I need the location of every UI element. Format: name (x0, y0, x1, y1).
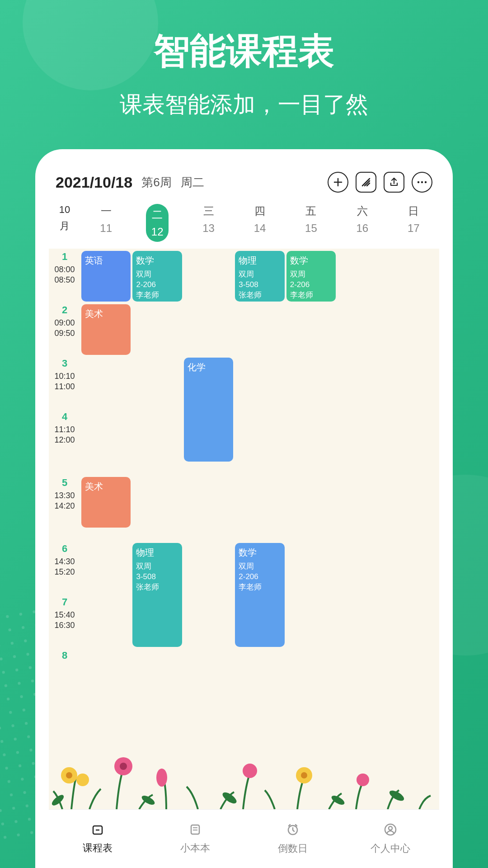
month-column: 10 月 (49, 204, 80, 242)
tab-bar: 课程表小本本倒数日个人中心 (49, 809, 439, 868)
weekday-三[interactable]: 三13 (183, 204, 234, 242)
phone-mockup: 2021/10/18 第6周 周二 10 月 (35, 149, 453, 868)
time-slot-4: 411:1012:00 (49, 411, 80, 464)
note-icon (189, 823, 202, 838)
time-slot-3: 310:1011:00 (49, 358, 80, 411)
schedule-body[interactable]: 108:0008:50209:0009:50310:1011:00411:101… (49, 249, 439, 809)
tab-倒数日[interactable]: 倒数日 (244, 810, 342, 868)
course-英语[interactable]: 英语 (81, 251, 131, 302)
time-slot-5: 513:3014:20 (49, 477, 80, 530)
header-week: 第6周 (141, 175, 171, 190)
svg-point-2 (425, 181, 427, 183)
course-数学[interactable]: 数学双周2-206李老师 (132, 251, 182, 302)
time-slot-7: 715:4016:30 (49, 596, 80, 650)
weekday-四[interactable]: 四14 (234, 204, 285, 242)
day-col-0: 英语美术美术 (80, 249, 131, 809)
promo-subtitle: 课表智能添加，一目了然 (0, 90, 488, 120)
bg-decoration (23, 0, 158, 90)
course-物理[interactable]: 物理双周3-508张老师 (132, 543, 182, 647)
week-row: 10 月 一11二12三13四14五15六16日17 (49, 199, 439, 249)
day-col-6 (388, 249, 439, 809)
day-col-5 (337, 249, 388, 809)
svg-point-1 (421, 181, 423, 183)
weekday-日[interactable]: 日17 (388, 204, 439, 242)
weekday-五[interactable]: 五15 (286, 204, 337, 242)
clock-icon (286, 823, 300, 838)
tab-个人中心[interactable]: 个人中心 (342, 810, 439, 868)
more-icon[interactable] (412, 172, 432, 193)
day-col-3: 物理双周3-508张老师数学双周2-206李老师 (234, 249, 285, 809)
weekday-一[interactable]: 一11 (80, 204, 131, 242)
tab-小本本[interactable]: 小本本 (146, 810, 244, 868)
course-数学[interactable]: 数学双周2-206李老师 (235, 543, 284, 647)
header-weekday: 周二 (181, 175, 204, 190)
course-美术[interactable]: 美术 (81, 477, 131, 528)
svg-point-0 (418, 181, 419, 183)
weekday-二[interactable]: 二12 (131, 204, 183, 242)
svg-point-25 (389, 826, 392, 830)
profile-icon (384, 823, 397, 838)
calendar-icon (91, 823, 104, 838)
course-物理[interactable]: 物理双周3-508张老师 (235, 251, 284, 302)
share-icon[interactable] (384, 172, 404, 193)
header-date: 2021/10/18 (56, 174, 132, 191)
weekday-六[interactable]: 六16 (337, 204, 388, 242)
course-美术[interactable]: 美术 (81, 304, 131, 355)
day-col-2: 化学 (183, 249, 234, 809)
add-icon[interactable] (328, 172, 348, 193)
course-数学[interactable]: 数学双周2-206李老师 (286, 251, 336, 302)
day-col-1: 数学双周2-206李老师物理双周3-508张老师 (131, 249, 183, 809)
app-header: 2021/10/18 第6周 周二 (49, 163, 439, 199)
tab-课程表[interactable]: 课程表 (49, 810, 146, 868)
schedule-grid[interactable]: 英语美术美术数学双周2-206李老师物理双周3-508张老师化学物理双周3-50… (80, 249, 439, 809)
time-slot-2: 209:0009:50 (49, 304, 80, 358)
day-col-4: 数学双周2-206李老师 (286, 249, 337, 809)
course-化学[interactable]: 化学 (184, 358, 233, 462)
time-column: 108:0008:50209:0009:50310:1011:00411:101… (49, 249, 80, 809)
time-slot-8: 8 (49, 650, 80, 703)
time-slot-1: 108:0008:50 (49, 251, 80, 304)
time-slot-6: 614:3015:20 (49, 543, 80, 596)
theme-icon[interactable] (356, 172, 376, 193)
